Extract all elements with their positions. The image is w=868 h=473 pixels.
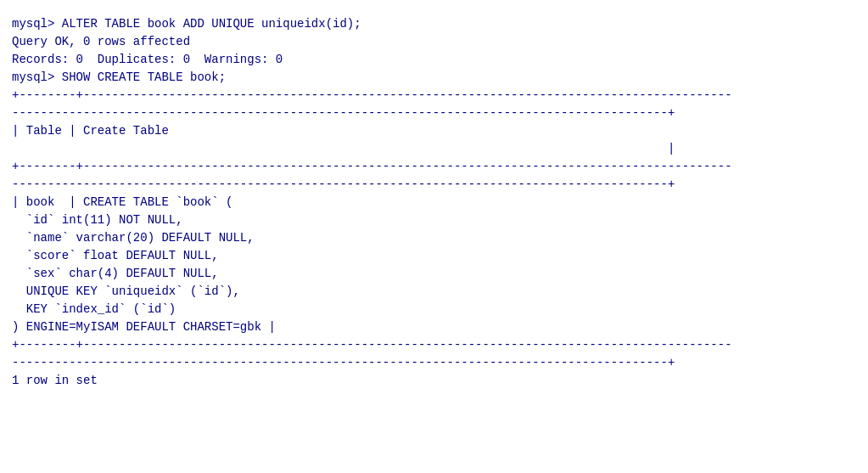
row-count: 1 row in set [12, 372, 856, 390]
terminal-window: mysql> ALTER TABLE book ADD UNIQUE uniqu… [8, 8, 860, 397]
div-mid-1: +--------+------------------------------… [12, 158, 856, 176]
row-id: `id` int(11) NOT NULL, [12, 211, 856, 229]
div-mid-2: ----------------------------------------… [12, 176, 856, 194]
table-header-1: | Table | Create Table [12, 122, 856, 140]
div-bot-1: +--------+------------------------------… [12, 336, 856, 354]
row-key: KEY `index_id` (`id`) [12, 301, 856, 318]
command-alter: mysql> ALTER TABLE book ADD UNIQUE uniqu… [12, 15, 856, 33]
table-header-2: | [12, 140, 856, 158]
row-score: `score` float DEFAULT NULL, [12, 247, 856, 265]
div-bot-2: ----------------------------------------… [12, 354, 856, 372]
div-top-1: +--------+------------------------------… [12, 87, 856, 104]
row-sex: `sex` char(4) DEFAULT NULL, [12, 265, 856, 283]
command-show: mysql> SHOW CREATE TABLE book; [12, 69, 856, 87]
div-top-2: ----------------------------------------… [12, 104, 856, 122]
query-ok: Query OK, 0 rows affected [12, 33, 856, 51]
row-name: `name` varchar(20) DEFAULT NULL, [12, 229, 856, 247]
row-unique-key: UNIQUE KEY `uniqueidx` (`id`), [12, 283, 856, 301]
records-info: Records: 0 Duplicates: 0 Warnings: 0 [12, 51, 856, 69]
row-engine: ) ENGINE=MyISAM DEFAULT CHARSET=gbk | [12, 318, 856, 336]
row-book: | book | CREATE TABLE `book` ( [12, 194, 856, 211]
